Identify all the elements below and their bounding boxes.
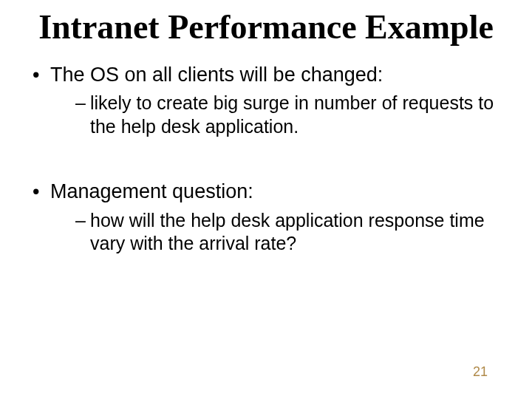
sub-bullet-list: likely to create big surge in number of …: [50, 92, 510, 138]
sub-bullet-list: how will the help desk application respo…: [50, 209, 510, 256]
sub-bullet-item: how will the help desk application respo…: [75, 209, 510, 256]
bullet-list: The OS on all clients will be changed: l…: [22, 63, 510, 138]
page-number: 21: [473, 364, 488, 380]
slide: Intranet Performance Example The OS on a…: [0, 0, 532, 399]
bullet-item: Management question: how will the help d…: [33, 180, 510, 255]
bullet-text: Management question:: [50, 180, 253, 202]
slide-title: Intranet Performance Example: [22, 9, 510, 47]
bullet-item: The OS on all clients will be changed: l…: [33, 63, 510, 138]
sub-bullet-text: how will the help desk application respo…: [90, 210, 485, 253]
bullet-text: The OS on all clients will be changed:: [50, 64, 383, 86]
sub-bullet-text: likely to create big surge in number of …: [90, 92, 494, 136]
spacer: [22, 144, 510, 180]
sub-bullet-item: likely to create big surge in number of …: [75, 92, 510, 138]
bullet-list: Management question: how will the help d…: [22, 180, 510, 255]
